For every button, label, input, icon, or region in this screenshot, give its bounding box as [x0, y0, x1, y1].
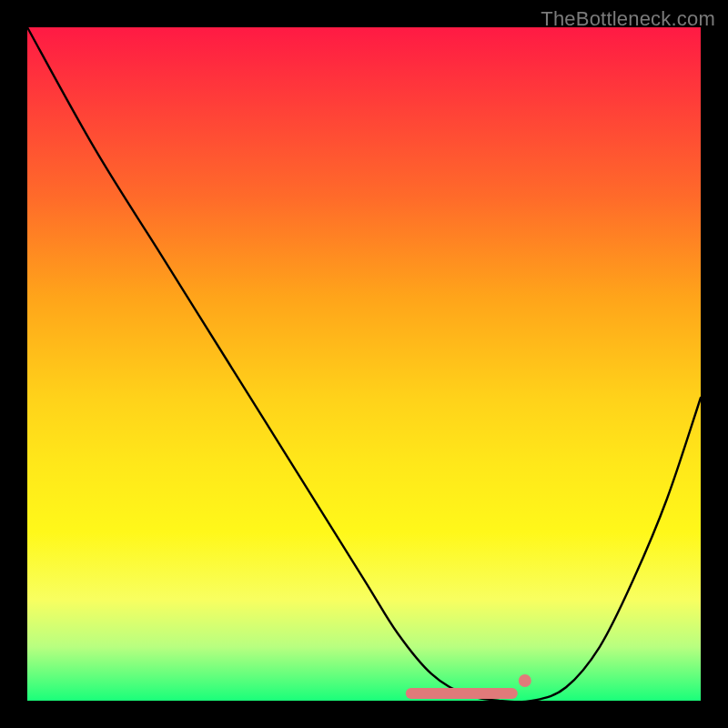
bottleneck-curve [27, 27, 701, 703]
sweet-spot-end-dot [519, 674, 531, 687]
plot-area [27, 27, 701, 701]
chart-frame: TheBottleneck.com [0, 0, 728, 728]
curve-layer [27, 27, 701, 701]
